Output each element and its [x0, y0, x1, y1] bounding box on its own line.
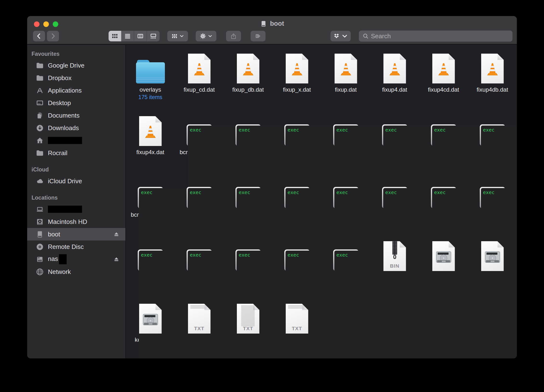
redacted-label [48, 206, 82, 213]
file-name: fixup4db.dat [468, 86, 517, 93]
search-input[interactable] [371, 32, 509, 40]
tag-icon [254, 32, 262, 40]
window-title-text: boot [270, 20, 284, 27]
sidebar-section-title: Locations [27, 195, 125, 201]
file-bcm2710-rpi-3-b-dtb[interactable]: exec bcm2710-rpi-3-b.dtb [126, 177, 175, 239]
sidebar-item-documents[interactable]: Documents [27, 109, 125, 122]
sidebar-item-remote-disc[interactable]: Remote Disc [27, 240, 125, 253]
vlc-document-icon [481, 54, 504, 83]
redacted-label-suffix [59, 254, 67, 264]
toolbar [27, 30, 517, 42]
share-button[interactable] [226, 31, 241, 41]
eject-button[interactable] [113, 256, 120, 263]
forward-button[interactable] [47, 31, 59, 41]
file-fixup4-dat[interactable]: fixup4.dat [370, 52, 419, 114]
desktop-background: boot [0, 0, 544, 392]
sidebar-item-network[interactable]: Network [27, 266, 125, 278]
close-button[interactable] [34, 21, 39, 27]
traffic-cone-icon [142, 124, 158, 140]
redacted-label [48, 137, 82, 144]
sidebar-item-macintosh-hd[interactable]: Macintosh HD [27, 215, 125, 228]
file-name: fixup4x.dat [126, 148, 175, 156]
sidebar-item-downloads[interactable]: Downloads [27, 122, 125, 134]
file-fixup-x-dat[interactable]: fixup_x.dat [272, 52, 321, 114]
sidebar-item-desktop[interactable]: Desktop [27, 97, 125, 109]
vlc-document-icon [237, 54, 259, 83]
vlc-document-icon [188, 54, 211, 83]
exec-file-icon: exec [333, 124, 359, 146]
sidebar-section-items: iCloud Drive [27, 175, 125, 187]
action-menu-button[interactable] [196, 31, 216, 41]
exec-file-icon: exec [431, 124, 456, 146]
search-field[interactable] [359, 31, 512, 42]
gear-icon [199, 32, 207, 40]
sidebar-item-google-drive[interactable]: Google Drive [27, 59, 125, 72]
chevron-down-icon [341, 32, 348, 40]
file-bcm2708-rpi-b-plus-dtb[interactable]: exec bcm2708-rpi-b-plus.dtb [175, 114, 224, 177]
vlc-document-icon [432, 54, 455, 83]
exec-file-icon: exec [382, 187, 408, 209]
exec-file-icon: exec [138, 187, 163, 209]
sidebar-item-nas[interactable]: nas [27, 253, 125, 266]
traffic-cone-icon [485, 62, 500, 77]
file-fixup4x-dat[interactable]: fixup4x.dat [126, 114, 175, 177]
sidebar-section-items: Google Drive Dropbox Applications Deskto… [27, 59, 125, 159]
nas-icon [36, 255, 44, 263]
hard-disk-icon [484, 251, 501, 264]
exec-file-icon: exec [382, 124, 408, 146]
content-area: overlays 175 items fixup_cd.dat fixup_db… [126, 45, 517, 358]
globe-icon [36, 268, 44, 276]
sidebar-item-laptop[interactable] [27, 203, 125, 215]
eject-button[interactable] [113, 231, 120, 238]
hard-disk-icon [142, 314, 159, 327]
folder-icon [136, 60, 165, 83]
file-detail: 175 items [138, 94, 162, 101]
file-fixup4cd-dat[interactable]: fixup4cd.dat [419, 52, 468, 114]
folder-icon [36, 149, 44, 157]
list-view-icon [124, 32, 131, 40]
exec-file-icon: exec [333, 187, 359, 209]
laptop-icon [36, 205, 44, 213]
sidebar-section-locations: Locations Macintosh HD boot Remote Disc … [27, 195, 125, 278]
sidebar-item-icloud-drive[interactable]: iCloud Drive [27, 175, 125, 187]
sidebar-item-rocrail[interactable]: Rocrail [27, 147, 125, 159]
chevron-right-icon [49, 32, 57, 40]
file-fixup-db-dat[interactable]: fixup_db.dat [224, 52, 272, 114]
share-icon [230, 32, 237, 40]
traffic-cone-icon [240, 62, 256, 77]
exec-file-icon: exec [138, 249, 163, 271]
column-view-button[interactable] [134, 31, 147, 41]
file-name: fixup_x.dat [272, 86, 322, 93]
text-document-icon: TXT [237, 304, 259, 334]
dropbox-icon [333, 32, 340, 40]
drive-ext-icon [36, 230, 44, 238]
traffic-cone-icon [436, 62, 452, 77]
exec-file-icon: exec [480, 187, 505, 209]
group-by-button[interactable] [167, 31, 188, 41]
minimize-button[interactable] [43, 21, 49, 27]
traffic-cone-icon [338, 62, 354, 77]
zoom-button[interactable] [53, 21, 58, 27]
file-overlays[interactable]: overlays 175 items [126, 52, 175, 114]
file-fixup4db-dat[interactable]: fixup4db.dat [468, 52, 517, 114]
icon-view-button[interactable] [109, 31, 121, 41]
cloud-icon [36, 177, 44, 185]
sidebar-section-items: Macintosh HD boot Remote Disc nas Networ… [27, 203, 125, 278]
file-fixup-dat[interactable]: fixup.dat [321, 52, 370, 114]
list-view-button[interactable] [121, 31, 134, 41]
sidebar-item-applications[interactable]: Applications [27, 84, 125, 97]
tag-button[interactable] [251, 31, 266, 41]
group-by-icon [171, 32, 178, 40]
exec-file-icon: exec [187, 124, 212, 146]
dropbox-button[interactable] [330, 31, 351, 41]
sidebar-item-boot[interactable]: boot [27, 228, 125, 240]
sidebar-item-home[interactable] [27, 134, 125, 147]
vlc-document-icon [139, 116, 162, 146]
documents-icon [36, 112, 44, 120]
gallery-view-button[interactable] [147, 31, 160, 41]
exec-file-icon: exec [284, 124, 310, 146]
home-icon [36, 137, 44, 145]
file-fixup-cd-dat[interactable]: fixup_cd.dat [175, 52, 224, 114]
back-button[interactable] [33, 31, 45, 41]
sidebar-item-dropbox[interactable]: Dropbox [27, 72, 125, 84]
